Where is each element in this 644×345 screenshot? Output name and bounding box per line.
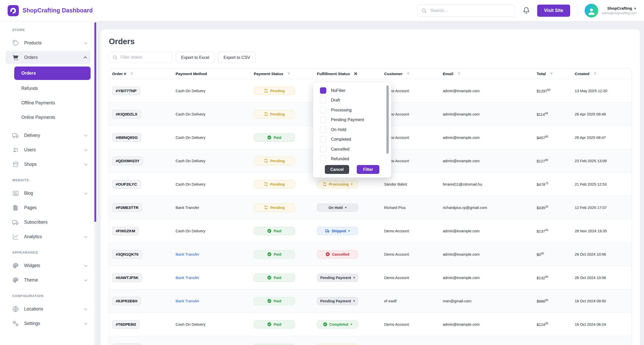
fulfillment-status-badge[interactable]: Shipped▾ [317, 227, 358, 235]
checkbox-unchecked[interactable] [320, 136, 326, 142]
sidebar-item-blog[interactable]: Blog [0, 186, 96, 201]
cancel-button[interactable]: Cancel [325, 165, 349, 174]
page-title: Orders [109, 37, 632, 47]
created-date: 21 Feb 2025 12:53 [575, 182, 631, 186]
filter-option-draft[interactable]: Draft [320, 95, 391, 105]
chevron-down-icon [83, 263, 89, 269]
search-icon [421, 8, 427, 13]
filter-funnel-icon[interactable] [593, 72, 597, 76]
shop-icon [12, 161, 19, 168]
order-number-pill[interactable]: #0AWTJF5K [112, 273, 142, 282]
table-row: #V9M7U2U9Cash On DeliveryPaidProcessing▾… [109, 336, 631, 345]
order-number-pill[interactable]: #FIIIGZKM [112, 227, 139, 235]
sidebar-item-analytics[interactable]: Analytics [0, 229, 96, 244]
sidebar-item-label: Delivery [24, 133, 78, 138]
export-csv-button[interactable]: Export to CSV [218, 52, 256, 63]
filter-option-on-hold[interactable]: On Hold [320, 125, 391, 135]
sidebar-subitem-offline-payments[interactable]: Offline Payments [14, 96, 91, 110]
filter-option-refunded[interactable]: Refunded [320, 154, 391, 162]
sidebar-subitem-online-payments[interactable]: Online Payments [14, 110, 91, 125]
checkbox-unchecked[interactable] [320, 126, 326, 133]
dropdown-scrollbar-thumb[interactable] [386, 86, 389, 154]
checkbox-unchecked[interactable] [320, 146, 326, 152]
column-label: Fulfillment Status [317, 72, 350, 76]
filter-option-nofilter[interactable]: NoFilter [320, 86, 391, 95]
sidebar-subitem-refunds[interactable]: Refunds [14, 81, 91, 96]
payment-method[interactable]: Bank Transfer [176, 275, 199, 280]
user-menu[interactable]: ShopCrafting ▼ admin@shopcrafting.com [585, 4, 636, 18]
search-input[interactable] [430, 8, 511, 13]
check-icon [323, 322, 327, 326]
filter-option-cancelled[interactable]: Cancelled [320, 144, 391, 154]
visit-site-button[interactable]: Visit Site [537, 5, 570, 17]
check-icon [267, 275, 272, 280]
sidebar-subitem-orders[interactable]: Orders [14, 67, 91, 80]
notifications-bell-icon[interactable] [522, 7, 530, 14]
sidebar-item-products[interactable]: Products [0, 36, 96, 50]
app-logo[interactable] [8, 5, 19, 16]
checkbox-unchecked[interactable] [320, 97, 326, 103]
filter-funnel-icon[interactable] [287, 72, 291, 76]
fulfillment-status-badge[interactable]: On Hold▾ [317, 204, 358, 212]
payment-status-badge: Pending [254, 157, 295, 165]
customer-email: admin@example.com [443, 112, 537, 116]
order-number-pill[interactable]: #P2ME3TTR [112, 203, 142, 212]
sidebar-item-orders[interactable]: Orders [6, 51, 91, 64]
customer-name: Demo Account [384, 112, 443, 116]
sidebar-item-users[interactable]: Users [0, 143, 96, 157]
filter-orders-box[interactable] [109, 52, 172, 63]
payment-method[interactable]: Bank Transfer [176, 299, 199, 303]
sidebar-scrollbar-thumb[interactable] [94, 22, 96, 222]
filter-option-pending-payment[interactable]: Pending Payment [320, 115, 391, 125]
filter-funnel-icon[interactable] [406, 72, 410, 76]
checkbox-unchecked[interactable] [320, 156, 326, 162]
order-number-pill[interactable]: #YBI777NP [112, 87, 140, 95]
filter-button[interactable]: Filter [357, 165, 379, 174]
order-number-pill[interactable]: #T6DPE9I2 [112, 320, 140, 329]
export-excel-button[interactable]: Export to Excel [176, 52, 215, 63]
fulfillment-status-badge[interactable]: Processing▾ [317, 180, 358, 188]
sidebar-item-pages[interactable]: Pages [0, 201, 96, 215]
filter-option-processing[interactable]: Processing [320, 105, 391, 115]
fulfillment-status-badge[interactable]: Pending Payment▾ [317, 274, 358, 282]
fulfillment-status-badge[interactable]: Completed▾ [317, 320, 358, 328]
sidebar-item-delivery[interactable]: Delivery [0, 128, 96, 143]
created-date: 16 Oct 2024 06:24 [575, 322, 631, 326]
users-icon [12, 146, 19, 153]
sidebar-item-subscribers[interactable]: Subscribers [0, 215, 96, 229]
payment-method[interactable]: Bank Transfer [176, 252, 199, 256]
order-number-pill[interactable]: #V9M7U2U9 [112, 343, 142, 345]
clear-filter-icon[interactable]: ✕ [354, 71, 358, 77]
filter-funnel-icon[interactable] [130, 72, 134, 76]
avatar[interactable] [585, 4, 598, 18]
filter-funnel-icon[interactable] [457, 72, 461, 76]
order-number-pill[interactable]: #KIQ0DZLX [112, 110, 141, 119]
order-number-pill[interactable]: #IB8NQ9SG [112, 133, 141, 142]
fulfillment-status-badge[interactable]: Pending Payment▾ [317, 297, 358, 305]
checkbox-unchecked[interactable] [320, 107, 326, 113]
chevron-down-icon [83, 234, 89, 240]
order-number-pill[interactable]: #OUF2ILYC [112, 180, 141, 189]
filter-option-completed[interactable]: Completed [320, 135, 391, 144]
filter-orders-input[interactable] [120, 55, 169, 60]
fulfillment-status-badge[interactable]: Processing▾ [317, 344, 358, 345]
sidebar-item-locations[interactable]: Locations [0, 302, 96, 316]
filter-funnel-icon[interactable] [550, 72, 553, 76]
order-number-pill[interactable]: #3QN1QK70 [112, 250, 142, 259]
sidebar-item-label: Users [24, 147, 78, 153]
fulfillment-status-badge[interactable]: Cancelled [317, 250, 358, 258]
checkbox-checked[interactable] [320, 87, 326, 94]
search-box[interactable] [417, 5, 515, 17]
payment-method: Bank Transfer [176, 205, 199, 210]
chevron-down-icon [83, 306, 89, 312]
created-date: 16 Oct 2024 09:50 [575, 299, 631, 303]
checkbox-unchecked[interactable] [320, 117, 326, 123]
sidebar-item-shops[interactable]: Shops [0, 157, 96, 172]
sidebar-item-settings[interactable]: Settings [0, 316, 96, 331]
order-number-pill[interactable]: #8JFR2E6H [112, 297, 141, 305]
sidebar-item-widgets[interactable]: Widgets [0, 258, 96, 273]
order-number-pill[interactable]: #QDXMH23Y [112, 157, 143, 165]
column-label: Payment Method [176, 72, 207, 76]
check-icon [267, 322, 272, 326]
sidebar-item-theme[interactable]: Theme [0, 273, 96, 287]
